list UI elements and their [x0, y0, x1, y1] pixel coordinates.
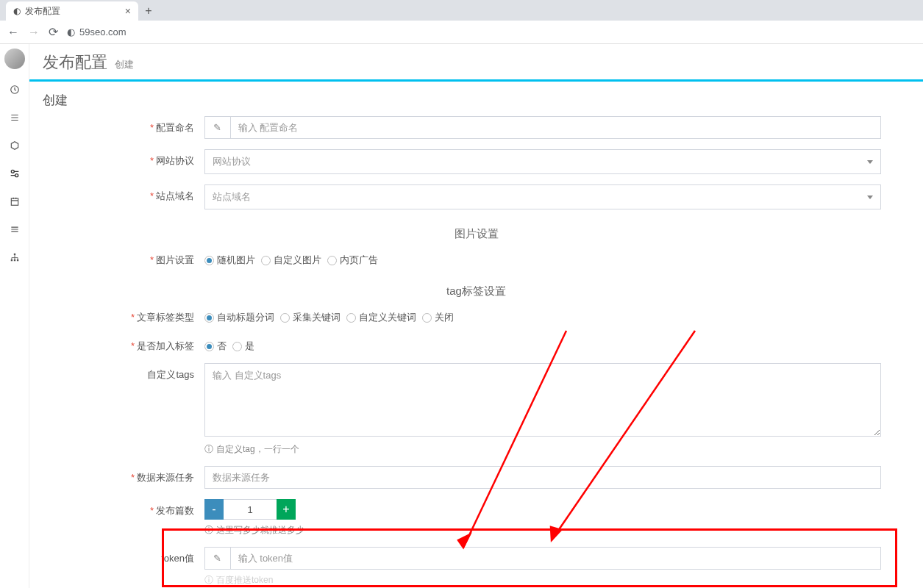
browser-tab[interactable]: ◐ 发布配置 × [6, 1, 138, 21]
radio-image_setting-随机图片[interactable]: 随机图片 [204, 254, 255, 267]
radio-dot-icon [261, 256, 271, 265]
hexagon-icon[interactable] [0, 138, 29, 153]
radio-dot-icon [327, 256, 337, 265]
token-input[interactable] [230, 547, 881, 570]
increment-button[interactable]: + [277, 499, 296, 520]
forward-icon[interactable]: → [28, 26, 40, 39]
calendar-icon[interactable] [0, 194, 29, 209]
pencil-icon[interactable]: ✎ [204, 116, 230, 139]
info-icon: ⓘ [204, 443, 213, 456]
browser-tab-strip: ◐ 发布配置 × + [0, 0, 923, 21]
radio-article_tag_type-关闭[interactable]: 关闭 [422, 311, 454, 324]
pencil-icon[interactable]: ✎ [204, 547, 230, 570]
custom-tags-textarea[interactable] [204, 363, 881, 437]
tab-title: 发布配置 [25, 5, 121, 18]
image-setting-radios: 随机图片自定义图片内页广告 [204, 248, 881, 267]
site-protocol-select[interactable]: 网站协议 [204, 149, 881, 174]
menu-icon[interactable] [0, 110, 29, 125]
radio-image_setting-内页广告[interactable]: 内页广告 [327, 254, 378, 267]
label-publish-count: *发布篇数 [43, 499, 204, 517]
decrement-button[interactable]: - [204, 499, 224, 520]
radio-dot-icon [204, 342, 214, 351]
data-source-input[interactable] [204, 466, 881, 489]
label-site-protocol: *网站协议 [43, 149, 204, 168]
svg-rect-5 [10, 259, 12, 261]
publish-count-hint: ⓘ这里写多少就推送多少 [204, 524, 881, 537]
radio-image_setting-自定义图片[interactable]: 自定义图片 [261, 254, 321, 267]
tag-section-header: tag标签设置 [43, 277, 910, 306]
clock-icon[interactable] [0, 82, 29, 97]
custom-tags-hint: ⓘ自定义tag，一行一个 [204, 443, 881, 456]
globe-icon: ◐ [67, 26, 75, 37]
svg-rect-7 [16, 259, 18, 261]
label-custom-tags: 自定义tags [43, 363, 204, 381]
sidebar [0, 44, 29, 588]
info-icon: ⓘ [204, 524, 213, 537]
svg-point-1 [11, 170, 14, 173]
label-data-source: *数据来源任务 [43, 466, 204, 484]
radio-article_tag_type-自定义关键词[interactable]: 自定义关键词 [346, 311, 416, 324]
radio-add_tag-是[interactable]: 是 [232, 340, 254, 353]
svg-point-2 [15, 174, 18, 177]
page-title: 发布配置 [43, 51, 107, 74]
settings-icon[interactable] [0, 166, 29, 181]
config-name-input[interactable] [230, 116, 881, 139]
address-bar[interactable]: ◐ 59seo.com [67, 26, 126, 37]
label-config-name: *配置命名 [43, 116, 204, 135]
page-header: 发布配置 创建 [29, 44, 923, 82]
chevron-down-icon [867, 196, 873, 199]
label-site-domain: *站点域名 [43, 184, 204, 203]
svg-rect-3 [11, 198, 18, 205]
label-image-setting: *图片设置 [43, 248, 204, 267]
baidu-push-hint: ⓘ百度推送token [204, 574, 881, 587]
add-tag-radios: 否是 [204, 334, 881, 353]
reload-icon[interactable]: ⟳ [49, 25, 58, 39]
page-subtitle: 创建 [115, 58, 134, 71]
radio-dot-icon [204, 313, 214, 323]
radio-dot-icon [204, 256, 214, 265]
publish-count-stepper: - + [204, 499, 881, 520]
new-tab-button[interactable]: + [138, 1, 159, 21]
image-section-header: 图片设置 [43, 220, 910, 248]
globe-icon: ◐ [13, 6, 21, 16]
back-icon[interactable]: ← [7, 26, 19, 39]
radio-dot-icon [280, 313, 290, 323]
url-text: 59seo.com [79, 26, 126, 37]
radio-article_tag_type-自动标题分词[interactable]: 自动标题分词 [204, 311, 274, 324]
chevron-down-icon [867, 160, 873, 164]
radio-add_tag-否[interactable]: 否 [204, 340, 227, 353]
radio-dot-icon [346, 313, 356, 323]
label-add-tag: *是否加入标签 [43, 334, 204, 353]
label-token: token值 [43, 547, 204, 565]
radio-article_tag_type-采集关键词[interactable]: 采集关键词 [280, 311, 341, 324]
radio-dot-icon [232, 342, 242, 351]
label-article-tag-type: *文章标签类型 [43, 306, 204, 324]
sitemap-icon[interactable] [0, 250, 29, 265]
form: *配置命名 ✎ *网站协议 网站协议 *站点域名 [29, 116, 923, 588]
publish-count-input[interactable] [224, 499, 277, 520]
svg-rect-6 [13, 259, 15, 261]
close-icon[interactable]: × [125, 5, 131, 17]
info-icon: ⓘ [204, 574, 213, 587]
site-domain-select[interactable]: 站点域名 [204, 184, 881, 209]
list-icon[interactable] [0, 222, 29, 237]
avatar[interactable] [4, 49, 25, 69]
radio-dot-icon [422, 313, 432, 323]
article-tag-type-radios: 自动标题分词采集关键词自定义关键词关闭 [204, 306, 881, 324]
section-title: 创建 [29, 82, 923, 116]
svg-rect-4 [13, 254, 15, 255]
browser-toolbar: ← → ⟳ ◐ 59seo.com [0, 21, 923, 44]
